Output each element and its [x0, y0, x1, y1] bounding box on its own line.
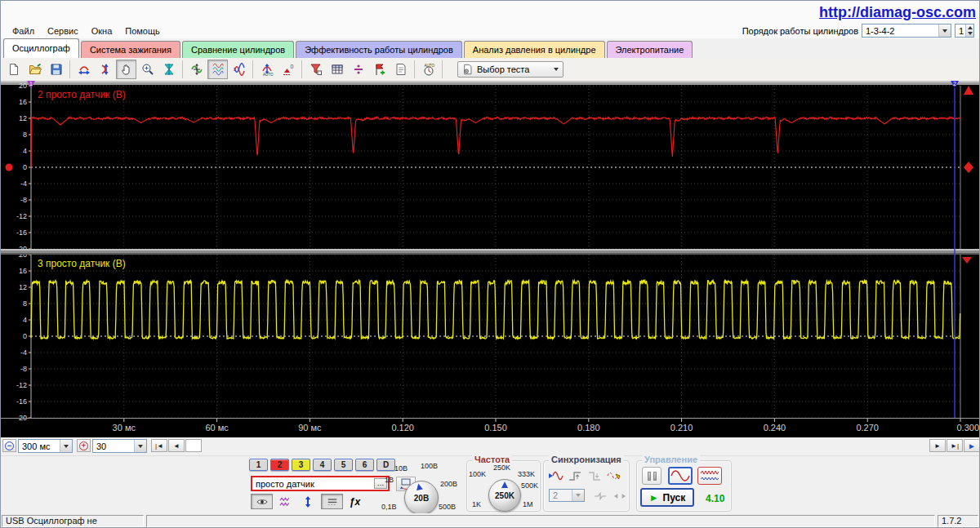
time-tick-label: 90 мс	[298, 423, 322, 433]
menu-item-file[interactable]: Файл	[7, 25, 39, 37]
scope-canvas[interactable]: 201612840-4-8-12-16-202 просто датчик (В…	[1, 81, 980, 437]
channel-lines-button[interactable]	[321, 494, 343, 509]
sync-rising-edge-button[interactable]	[567, 468, 585, 483]
channel-buttons: 123456D	[249, 459, 395, 471]
toolbar: AUTO 0 AUTO Выбор теста	[1, 58, 979, 81]
add-flag-button[interactable]	[369, 60, 390, 79]
spinner-up-icon[interactable]	[968, 26, 973, 29]
open-file-button[interactable]	[24, 60, 45, 79]
table-button[interactable]	[327, 60, 347, 79]
tab-cylinder-comparison[interactable]: Сравнение цилиндров	[182, 41, 294, 58]
y-tick-label: 0	[23, 332, 27, 340]
split-channels-button[interactable]	[207, 60, 228, 79]
auto-timebase-button[interactable]: AUTO	[418, 60, 439, 79]
dropdown-button[interactable]	[134, 440, 146, 452]
dropdown-button[interactable]	[60, 440, 72, 452]
menu-item-windows[interactable]: Окна	[87, 25, 118, 37]
dropdown-button[interactable]	[572, 490, 584, 501]
channel-title: 3 просто датчик (В)	[38, 258, 126, 269]
play-forward-button[interactable]: ►	[964, 439, 980, 452]
filter-button[interactable]	[305, 60, 326, 79]
auto-timebase-icon: AUTO	[422, 63, 435, 76]
channel-filter-button[interactable]	[274, 494, 296, 509]
channel-formula-button[interactable]: ƒx	[344, 494, 366, 509]
divisions-zoom-in-button[interactable]: +	[77, 439, 91, 452]
sync-wave-button[interactable]	[547, 468, 565, 483]
sensor-name-input[interactable]: просто датчик …	[251, 476, 390, 491]
dropdown-button[interactable]	[938, 24, 951, 37]
sync-cursor-button[interactable]	[606, 468, 624, 483]
divisions-select[interactable]: 30	[92, 439, 147, 453]
menu-item-help[interactable]: Помощь	[120, 25, 165, 37]
overlay-channels-button[interactable]	[229, 60, 249, 79]
continuous-capture-button[interactable]	[697, 467, 722, 485]
tab-cylinder-pressure-analysis[interactable]: Анализ давления в цилиндре	[464, 41, 605, 58]
tab-ignition-system[interactable]: Система зажигания	[81, 41, 180, 58]
timebase-value: 300 мс	[22, 441, 50, 451]
measure-cursors-button[interactable]	[186, 60, 207, 79]
channel-button-1[interactable]: 1	[249, 459, 268, 471]
tab-oscilloscope[interactable]: Осциллограф	[3, 38, 79, 58]
step-back-button[interactable]: ◄	[168, 439, 185, 452]
nav-placeholder-button[interactable]	[185, 439, 202, 452]
zero-level-button[interactable]: 0	[278, 60, 298, 79]
gain-value: 4.10	[706, 493, 724, 504]
site-link[interactable]: http://diamag-osc.com	[819, 4, 976, 21]
save-file-icon	[50, 63, 63, 76]
sync-falling-edge-button[interactable]	[586, 468, 604, 483]
channel-button-6[interactable]: 6	[355, 459, 374, 471]
channel-button-3[interactable]: 3	[292, 459, 310, 471]
channel-button-4[interactable]: 4	[313, 459, 332, 471]
toolbar-separator	[252, 60, 253, 78]
channel-invert-button[interactable]	[296, 494, 318, 509]
fit-horizontal-button[interactable]	[74, 60, 94, 79]
save-file-button[interactable]	[46, 60, 66, 79]
start-button[interactable]: ► Пуск	[640, 488, 694, 507]
y-tick-label: 16	[19, 267, 27, 275]
spinner-arrows[interactable]	[965, 24, 973, 37]
pan-hand-icon	[120, 63, 133, 76]
divisions-value: 30	[96, 441, 106, 451]
right-top-marker[interactable]	[964, 86, 973, 95]
single-capture-button[interactable]	[668, 467, 693, 485]
go-to-start-button[interactable]: |◄	[151, 439, 167, 452]
channel-button-2[interactable]: 2	[270, 459, 289, 471]
pan-hand-button[interactable]	[116, 60, 136, 79]
auto-amplitude-button[interactable]: AUTO	[256, 60, 277, 79]
tab-power-supply[interactable]: Электропитание	[607, 41, 693, 58]
oscilloscope-display[interactable]: 201612840-4-8-12-16-202 просто датчик (В…	[1, 81, 980, 437]
tab-cylinder-efficiency[interactable]: Эффективность работы цилиндров	[296, 41, 462, 58]
report-button[interactable]	[390, 60, 411, 79]
spinner-down-icon[interactable]	[968, 32, 973, 35]
timebase-zoom-out-button[interactable]: −	[2, 439, 16, 452]
sync-wave-icon	[548, 469, 564, 482]
stretch-vertical-button[interactable]	[158, 60, 179, 79]
divide-markers-button[interactable]	[348, 60, 368, 79]
cylinder-spinner[interactable]: 1	[955, 24, 974, 38]
voltage-knob[interactable]: 20В	[404, 481, 439, 515]
pause-button[interactable]	[642, 467, 662, 485]
new-file-icon	[7, 63, 20, 76]
test-select-dropdown[interactable]: Выбор теста	[457, 61, 564, 78]
channel-button-5[interactable]: 5	[334, 459, 353, 471]
channel-2-zero-right-marker[interactable]	[964, 162, 973, 173]
timebase-select[interactable]: 300 мс	[18, 439, 73, 453]
step-forward-button[interactable]: ►	[929, 439, 946, 452]
toolbar-separator	[442, 60, 443, 78]
fit-vertical-button[interactable]	[95, 60, 115, 79]
zoom-button[interactable]	[137, 60, 158, 79]
zoom-icon	[141, 63, 154, 76]
go-to-end-button[interactable]: ►|	[947, 439, 963, 452]
channel-2-zero-marker[interactable]	[6, 164, 13, 171]
frequency-scale-label: 100K	[469, 470, 486, 478]
sync-skip-button[interactable]	[591, 489, 609, 504]
new-file-button[interactable]	[3, 60, 24, 79]
firing-order-select[interactable]: 1-3-4-2	[862, 24, 951, 38]
channel-button-d[interactable]: D	[376, 459, 395, 471]
channel-3-top-marker[interactable]	[962, 257, 972, 264]
sync-events-select[interactable]: 2	[549, 489, 585, 502]
channel-visible-button[interactable]	[251, 494, 273, 509]
frequency-knob[interactable]: 250K	[488, 479, 521, 512]
sync-collapse-button[interactable]	[611, 489, 629, 504]
menu-item-service[interactable]: Сервис	[42, 25, 83, 37]
